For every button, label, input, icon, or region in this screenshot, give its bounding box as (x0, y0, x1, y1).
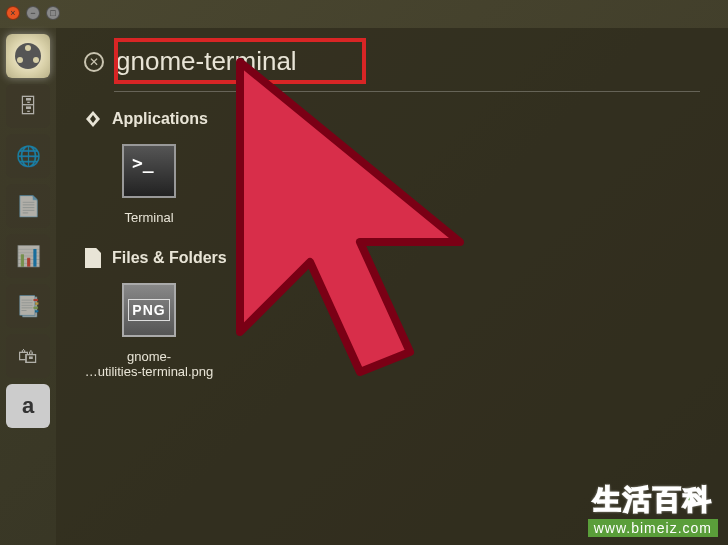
png-file-icon: PNG (122, 283, 176, 337)
launcher-amazon[interactable]: a (6, 384, 50, 428)
launcher-writer[interactable]: 📄 (6, 184, 50, 228)
document-icon (85, 248, 101, 268)
close-button[interactable]: × (6, 6, 20, 20)
launcher-software[interactable]: 🛍 (6, 334, 50, 378)
launcher-impress[interactable]: 📑 (6, 284, 50, 328)
launcher-calc[interactable]: 📊 (6, 234, 50, 278)
launcher-bar: 🗄 🌐 📄 📊 📑 🛍 a (0, 28, 56, 545)
search-row: ✕ (84, 46, 700, 77)
search-underline (114, 91, 700, 92)
launcher-dash[interactable] (6, 34, 50, 78)
section-files-header[interactable]: Files & Folders (84, 249, 700, 267)
window-controls: × − □ (6, 6, 60, 20)
files-section-icon (84, 249, 102, 267)
section-label: Applications (112, 110, 208, 128)
clear-search-icon[interactable]: ✕ (84, 52, 104, 72)
watermark-url: www.bimeiz.com (588, 519, 718, 537)
watermark-title: 生活百科 (588, 481, 718, 519)
result-png-file[interactable]: PNG gnome- …utilities-terminal.png (84, 283, 214, 379)
search-input[interactable] (116, 46, 396, 77)
result-label: gnome- …utilities-terminal.png (85, 349, 214, 379)
result-terminal[interactable]: Terminal (84, 144, 214, 225)
section-applications-header[interactable]: Applications (84, 110, 700, 128)
launcher-files[interactable]: 🗄 (6, 84, 50, 128)
maximize-button[interactable]: □ (46, 6, 60, 20)
section-label: Files & Folders (112, 249, 227, 267)
minimize-button[interactable]: − (26, 6, 40, 20)
terminal-icon (122, 144, 176, 198)
applications-section-icon (84, 110, 102, 128)
result-label: Terminal (124, 210, 173, 225)
ubuntu-logo-icon (15, 43, 41, 69)
launcher-firefox[interactable]: 🌐 (6, 134, 50, 178)
watermark: 生活百科 www.bimeiz.com (588, 481, 718, 537)
dash-overlay: ✕ Applications Terminal Files & Folders … (56, 28, 728, 545)
